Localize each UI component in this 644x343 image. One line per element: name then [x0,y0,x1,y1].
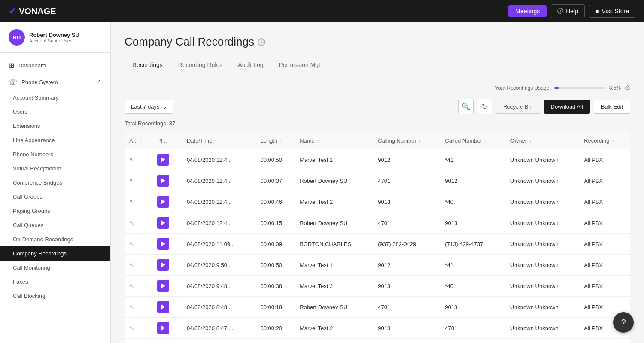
tab-recordings[interactable]: Recordings [125,57,170,73]
row-date: 04/08/2020 12:4... [182,170,256,191]
row-called: *41 [440,255,506,276]
page-title-text: Company Call Recordings [125,35,254,49]
row-length: 00:00:15 [256,212,295,234]
bulk-edit-button[interactable]: Bulk Edit [594,100,630,114]
row-play[interactable] [153,255,182,276]
sidebar-item-on-demand-recordings[interactable]: On-Demand Recordings [0,232,110,246]
tab-permission-mgt[interactable]: Permission Mgt [271,57,328,73]
col-header-recording[interactable]: Recording ↕ [580,132,630,149]
row-length: 00:00:50 [256,149,295,170]
row-play[interactable] [153,212,182,234]
row-arrow[interactable]: ↖ [125,339,153,343]
play-button[interactable] [157,217,169,229]
refresh-button[interactable]: ↻ [477,99,492,114]
sidebar-item-faxes[interactable]: Faxes [0,275,110,289]
row-called: *40 [440,191,506,212]
table-row: ↖04/08/2020 8:47 ...00:00:20Marvel Test … [125,318,630,339]
play-button[interactable] [157,175,169,187]
col-header-length[interactable]: Length ↕ [256,132,295,149]
sidebar-item-call-monitoring[interactable]: Call Monitoring [0,261,110,275]
help-button[interactable]: ⓘ Help [551,4,585,18]
row-called: *41 [440,149,506,170]
col-header-pl-[interactable]: Pl... ↕ [153,132,182,149]
col-header-owner[interactable]: Owner ↕ [506,132,580,149]
row-calling: 4701 [374,297,440,318]
usage-percent: 8.5% [609,85,621,91]
play-button[interactable] [157,301,169,313]
recycle-bin-button[interactable]: Recycle Bin [496,100,540,114]
row-arrow[interactable]: ↖ [125,149,153,170]
sidebar-item-line-appearance[interactable]: Line Appearance [0,133,110,147]
tabs: RecordingsRecording RulesAudit LogPermis… [125,57,630,73]
col-header-date-time[interactable]: Date/Time ↕ [182,132,256,149]
sidebar-item-conference-bridges[interactable]: Conference Bridges [0,176,110,190]
row-owner: Unknown Unknown [506,318,580,339]
col-header-a-[interactable]: A... ↕ [125,132,153,149]
play-button[interactable] [157,154,169,166]
row-name: Robert Downey SU [295,170,374,191]
help-fab[interactable]: ? [613,312,634,333]
row-arrow[interactable]: ↖ [125,255,153,276]
sidebar-item-dashboard[interactable]: ⊞ Dashboard [0,57,110,74]
filter-button[interactable]: Last 7 days ⌄ [125,100,173,114]
row-play[interactable] [153,234,182,255]
row-play[interactable] [153,191,182,212]
sidebar-item-extensions[interactable]: Extensions [0,119,110,133]
col-header-name[interactable]: Name ↕ [295,132,374,149]
visit-store-button[interactable]: ■ Visit Store [589,5,635,18]
sidebar-item-paging-groups[interactable]: Paging Groups [0,204,110,218]
row-arrow[interactable]: ↖ [125,276,153,297]
row-length: 00:00:07 [256,170,295,191]
top-nav-right: Meetings ⓘ Help ■ Visit Store [508,4,635,18]
row-arrow[interactable]: ↖ [125,212,153,234]
sidebar-section-phone-system[interactable]: ☏ Phone System ⌃ [0,74,110,91]
meetings-button[interactable]: Meetings [508,5,547,17]
row-owner: Unknown Unknown [506,297,580,318]
row-recording: All PBX [580,191,630,212]
play-button[interactable] [157,259,169,271]
store-icon: ■ [595,8,599,15]
play-button[interactable] [157,280,169,292]
play-button[interactable] [157,322,169,334]
sidebar-item-account-summary[interactable]: Account Summary [0,91,110,105]
sidebar-item-company-recordings[interactable]: Company Recordings [0,246,110,261]
info-icon[interactable]: ⓘ [258,38,265,46]
sidebar-user: RD Robert Downey SU Account Super User [0,22,110,53]
row-arrow[interactable]: ↖ [125,191,153,212]
row-play[interactable] [153,297,182,318]
row-recording: All PBX [580,339,630,343]
row-date: 04/08/2020 12:4... [182,149,256,170]
row-play[interactable] [153,149,182,170]
phone-system-icon: ☏ [9,78,17,86]
row-arrow[interactable]: ↖ [125,170,153,191]
sidebar-item-call-groups[interactable]: Call Groups [0,190,110,204]
user-role: Account Super User [29,38,79,43]
sidebar-item-call-queues[interactable]: Call Queues [0,218,110,232]
search-button[interactable]: 🔍 [458,99,474,114]
row-date: 04/08/2020 8:47 ... [182,318,256,339]
gear-icon[interactable]: ⚙ [624,84,630,92]
sidebar-item-call-blocking[interactable]: Call Blocking [0,289,110,303]
row-play[interactable] [153,318,182,339]
dashboard-icon: ⊞ [9,61,14,70]
row-calling: 9012 [374,255,440,276]
row-arrow[interactable]: ↖ [125,234,153,255]
row-play[interactable] [153,276,182,297]
play-button[interactable] [157,238,169,250]
download-all-button[interactable]: Download All [544,100,590,114]
col-header-calling-number[interactable]: Calling Number ↕ [374,132,440,149]
sidebar-item-virtual-receptionist[interactable]: Virtual Receptionist [0,161,110,176]
play-button[interactable] [157,196,169,208]
tab-audit-log[interactable]: Audit Log [230,57,271,73]
row-owner: Unknown Unknown [506,234,580,255]
row-play[interactable] [153,339,182,343]
col-header-called-number[interactable]: Called Number ↕ [440,132,506,149]
row-date: 04/08/2020 9:50... [182,255,256,276]
controls-right: 🔍 ↻ Recycle Bin Download All Bulk Edit [458,99,630,114]
sidebar-item-phone-numbers[interactable]: Phone Numbers [0,147,110,161]
row-play[interactable] [153,170,182,191]
sidebar-item-users[interactable]: Users [0,105,110,119]
row-arrow[interactable]: ↖ [125,318,153,339]
tab-recording-rules[interactable]: Recording Rules [170,57,231,73]
row-arrow[interactable]: ↖ [125,297,153,318]
